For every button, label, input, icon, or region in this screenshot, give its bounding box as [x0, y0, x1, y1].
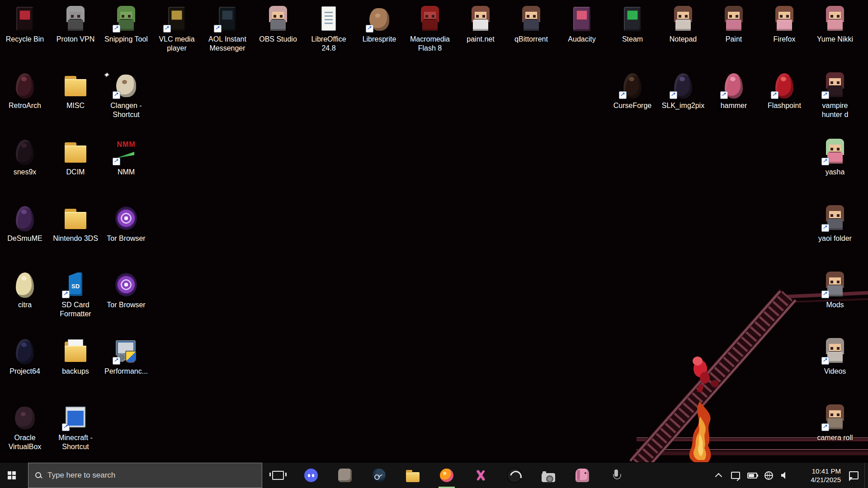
desktop-icon-camera-roll[interactable]: camera roll: [811, 403, 859, 442]
desktop-icon-performance-monitor[interactable]: Performanc...: [103, 337, 150, 376]
desktop-icon-snipping-tool[interactable]: Snipping Tool: [103, 5, 150, 44]
desktop-icon-dcim-folder[interactable]: DCIM: [52, 137, 99, 177]
taskbar-obs-studio-button[interactable]: [497, 463, 531, 488]
taskbar-camera-button[interactable]: [531, 463, 565, 488]
taskbar-pony-button[interactable]: [565, 463, 599, 488]
oracle-virtualbox-icon: [10, 403, 39, 432]
desktop-icon-oracle-virtualbox[interactable]: Oracle VirtualBox: [1, 403, 48, 451]
desktop-icon-project64[interactable]: Project64: [1, 337, 48, 376]
taskbar-steam-button[interactable]: [362, 463, 396, 488]
file-explorer-icon: [406, 472, 420, 482]
performance-monitor-icon: [112, 337, 141, 366]
desktop-icon-obs-studio[interactable]: OBS Studio: [255, 5, 302, 44]
clock-date: 4/21/2025: [794, 475, 841, 484]
desktop-icon-videos[interactable]: Videos: [811, 337, 859, 376]
desktop-icon-libreoffice[interactable]: LibreOffice 24.8: [305, 5, 352, 53]
desktop-icon-vlc-media-player[interactable]: VLC media player: [153, 5, 200, 53]
taskbar-game-cat-button[interactable]: [328, 463, 362, 488]
desktop-icon-qbittorrent[interactable]: qBittorrent: [508, 5, 555, 44]
desktop-icon-misc-folder[interactable]: MISC: [52, 71, 99, 110]
desktop-icon-clangen[interactable]: Clangen - Shortcut: [103, 71, 150, 119]
game-cat-icon: [338, 469, 352, 482]
shortcut-arrow-icon: [113, 91, 120, 99]
desktop-icon-aol-instant-messenger[interactable]: AOL Instant Messenger: [204, 5, 251, 53]
macromedia-flash-8-icon: [415, 5, 444, 33]
desktop-icon-label: CurseForge: [613, 101, 651, 110]
desktop-icon-nmm[interactable]: NMMNMM: [103, 137, 150, 177]
desktop-icon-label: Libresprite: [363, 35, 396, 44]
desktop-icon-label: Videos: [824, 367, 846, 376]
tray-battery-button[interactable]: [744, 463, 760, 488]
snes9x-icon: [10, 137, 39, 166]
nmm-icon-text: NMM: [112, 141, 141, 149]
tray-hidden-icons-button[interactable]: [710, 463, 727, 488]
tray-tablet-button[interactable]: [727, 463, 744, 488]
desktop-icon-citra[interactable]: citra: [1, 270, 48, 310]
desktop-icon-tor-browser-2[interactable]: Tor Browser: [103, 270, 150, 310]
show-desktop-button[interactable]: [864, 463, 868, 488]
desktop-icon-label: VLC media player: [154, 35, 200, 53]
desktop-icon-label: Recycle Bin: [6, 35, 44, 44]
taskbar-search-input[interactable]: Type here to search: [28, 463, 262, 488]
windows-logo-icon: [8, 471, 11, 475]
desktop-icon-vampire-hunter-d[interactable]: vampire hunter d: [811, 71, 859, 119]
desktop-icon-label: Tor Browser: [107, 300, 145, 310]
recycle-bin-icon: [10, 5, 39, 33]
desktop-icon-macromedia-flash-8[interactable]: Macromedia Flash 8: [406, 5, 453, 53]
taskbar-clock[interactable]: 10:41 PM 4/21/2025: [794, 467, 843, 484]
camera-roll-icon: [821, 403, 849, 432]
desktop-icon-slk-img2pix[interactable]: SLK_img2pix: [660, 71, 707, 110]
desktop-icon-flashpoint[interactable]: Flashpoint: [761, 71, 808, 110]
desktop-icon-label: Macromedia Flash 8: [407, 35, 453, 53]
tray-volume-button[interactable]: [777, 463, 794, 488]
proton-vpn-icon: [61, 5, 90, 33]
taskbar-firefox-button[interactable]: [429, 463, 463, 488]
desktop-icon-retroarch[interactable]: RetroArch: [1, 71, 48, 110]
desktop-icon-yaoi-folder[interactable]: yaoi folder: [811, 204, 859, 243]
desktop-icon-mods[interactable]: Mods: [811, 270, 859, 310]
desktop-icon-snes9x[interactable]: snes9x: [1, 137, 48, 177]
desktop-icon-label: RetroArch: [9, 101, 41, 110]
desktop-icon-curseforge[interactable]: CurseForge: [609, 71, 656, 110]
snipping-tool-icon: [112, 5, 141, 33]
chevron-up-icon: [715, 473, 722, 480]
discord-icon: [304, 469, 318, 482]
desktop-icon-steam[interactable]: Steam: [609, 5, 656, 44]
start-button[interactable]: [0, 463, 28, 488]
desktop-icon-label: Firefox: [774, 35, 796, 44]
desktop-icon-audacity[interactable]: Audacity: [558, 5, 605, 44]
desktop-icon-libresprite[interactable]: Libresprite: [356, 5, 403, 44]
desktop-icon-label: NMM: [118, 168, 135, 177]
tray-network-button[interactable]: [760, 463, 777, 488]
taskbar-task-view-button[interactable]: [262, 463, 294, 488]
desktop-icon-tor-browser-1[interactable]: Tor Browser: [103, 204, 150, 243]
desktop-icon-minecraft[interactable]: Minecraft - Shortcut: [52, 403, 99, 451]
desktop-icon-notepad[interactable]: Notepad: [660, 5, 707, 44]
desktop-icon-yume-nikki[interactable]: Yume Nikki: [811, 5, 859, 44]
desktop-icon-sd-card-formatter[interactable]: SDSD Card Formatter: [52, 270, 99, 319]
shortcut-arrow-icon: [771, 91, 778, 99]
vampire-hunter-d-icon: [821, 71, 849, 100]
taskbar-file-explorer-button[interactable]: [396, 463, 429, 488]
recorder-icon: [609, 469, 623, 482]
shortcut-arrow-icon: [821, 423, 829, 431]
desktop-icon-label: MISC: [66, 101, 85, 110]
desktop-icon-nintendo-3ds-folder[interactable]: Nintendo 3DS: [52, 204, 99, 243]
taskbar-discord-button[interactable]: [294, 463, 328, 488]
desktop-icon-yasha[interactable]: yasha: [811, 137, 859, 177]
desktop-icon-label: Steam: [622, 35, 643, 44]
desktop-icon-label: DeSmuME: [7, 234, 42, 243]
action-center-button[interactable]: [843, 463, 864, 488]
desktop-icon-hammer[interactable]: hammer: [710, 71, 757, 110]
desktop-icon-firefox[interactable]: Firefox: [761, 5, 808, 44]
taskbar-paint-app-button[interactable]: [463, 463, 497, 488]
taskbar-recorder-button[interactable]: [599, 463, 633, 488]
desktop-icon-desmume[interactable]: DeSmuME: [1, 204, 48, 243]
desktop-icon-paint-net[interactable]: paint.net: [457, 5, 504, 44]
citra-icon: [10, 270, 39, 299]
desktop-icon-backups-folder[interactable]: backups: [52, 337, 99, 376]
desktop-icon-paint[interactable]: Paint: [710, 5, 757, 44]
desktop-icon-proton-vpn[interactable]: Proton VPN: [52, 5, 99, 44]
desktop-icon-label: Minecraft - Shortcut: [52, 433, 99, 451]
desktop-icon-recycle-bin[interactable]: Recycle Bin: [1, 5, 48, 44]
